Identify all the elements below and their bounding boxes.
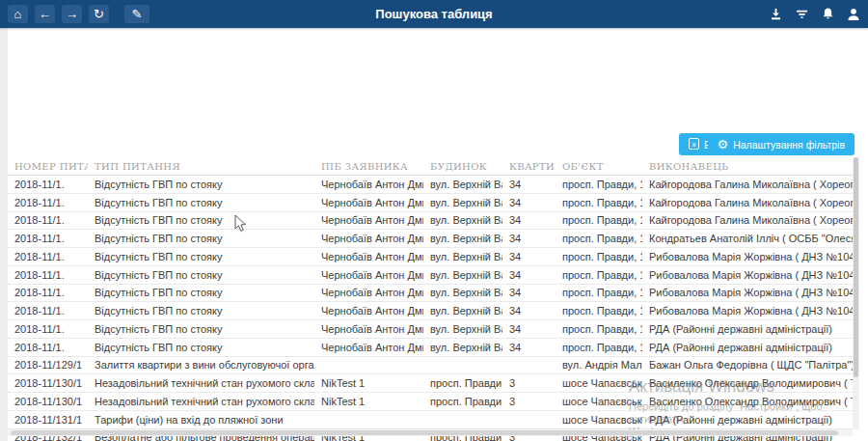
table-cell: Рибовалова Марія Жоржівна ( ДНЗ №104 ДП … bbox=[642, 305, 853, 317]
table-cell: Чернобаїв Антон Дмитрович bbox=[314, 233, 423, 244]
download-button[interactable] bbox=[767, 6, 784, 23]
table-cell: Залиття квартири з вини обслуговуючої ор… bbox=[88, 359, 314, 371]
table-cell: Чернобаїв Антон Дмитрович bbox=[314, 269, 423, 281]
table-cell: Відсутність ГВП по стояку bbox=[88, 342, 314, 353]
table-cell: 34 bbox=[502, 214, 556, 226]
table-cell: Чернобаїв Антон Дмитрович bbox=[314, 251, 423, 262]
column-header[interactable]: ВИКОНАВЕЦЬ bbox=[642, 161, 853, 172]
arrow-left-icon: ← bbox=[39, 8, 51, 20]
table-cell: 2018-11/129/1 bbox=[8, 359, 88, 371]
table-row[interactable]: 2018-11/1.Відсутність ГВП по стоякуЧерно… bbox=[8, 339, 853, 357]
table-cell: Відсутність ГВП по стояку bbox=[88, 323, 314, 335]
table-cell: 2018-11/1. bbox=[8, 179, 88, 190]
excel-file-icon: x bbox=[689, 138, 699, 152]
table-row[interactable]: 2018-11/130/1Незадовільний технічний ста… bbox=[8, 374, 853, 393]
table-row[interactable]: 2018-11/1.Відсутність ГВП по стоякуЧерно… bbox=[8, 248, 853, 266]
table-cell: Бажан Ольга Федорівна ( ЩДС "Палітра") bbox=[642, 359, 853, 371]
table-cell: вул. Верхній Вал, 50а bbox=[423, 233, 502, 244]
vertical-scrollbar-thumb[interactable] bbox=[854, 157, 858, 377]
table-row[interactable]: 2018-11/1.Відсутність ГВП по стоякуЧерно… bbox=[8, 285, 853, 303]
column-header[interactable]: ТИП ПИТАННЯ bbox=[88, 161, 314, 172]
column-header[interactable]: БУДИНОК bbox=[423, 161, 502, 172]
table-cell: вул. Верхній Вал, 50а bbox=[423, 323, 502, 335]
refresh-button[interactable]: ↻ bbox=[89, 5, 109, 23]
table-cell: 34 bbox=[502, 305, 556, 317]
table-cell: Чернобаїв Антон Дмитрович bbox=[314, 305, 423, 317]
filter-settings-button[interactable]: ⚙ Налаштування фільтрів bbox=[708, 133, 854, 155]
table-cell: вул. Верхній Вал, 50а bbox=[423, 269, 502, 281]
table-cell: 34 bbox=[502, 233, 556, 244]
column-header[interactable]: ПІБ ЗАЯВНИКА bbox=[314, 161, 423, 172]
table-cell: РДА (Районні державні адміністрації) bbox=[642, 323, 853, 335]
column-header[interactable]: ОБ'ЄКТ bbox=[556, 161, 642, 172]
user-icon bbox=[846, 7, 861, 22]
bell-icon bbox=[821, 7, 835, 21]
forward-button[interactable]: → bbox=[62, 5, 82, 23]
table-row[interactable]: 2018-11/1.Відсутність ГВП по стоякуЧерно… bbox=[8, 230, 853, 248]
table-row[interactable]: 2018-11/1.Відсутність ГВП по стоякуЧерно… bbox=[8, 266, 853, 285]
table-cell: Чернобаїв Антон Дмитрович bbox=[314, 323, 423, 335]
table-cell: просп. Правди, 106 bbox=[556, 233, 642, 244]
table-cell: РДА (Районні державні адміністрації) bbox=[642, 414, 853, 426]
table-cell: просп. Правди, 106 bbox=[556, 305, 642, 317]
table-cell: вул. Верхній Вал, 50а bbox=[423, 305, 502, 317]
horizontal-scrollbar-thumb[interactable] bbox=[11, 430, 838, 435]
table-row[interactable]: 2018-11/1.Відсутність ГВП по стоякуЧерно… bbox=[8, 320, 853, 339]
table-cell: 2018-11/1. bbox=[8, 251, 88, 262]
table-cell: 3 bbox=[502, 377, 556, 389]
table-cell: NikTest 1 bbox=[314, 396, 423, 407]
svg-text:x: x bbox=[692, 140, 696, 148]
table-header-row: НОМЕР ПИТАННЯ ↑ТИП ПИТАННЯПІБ ЗАЯВНИКАБУ… bbox=[8, 157, 853, 176]
home-button[interactable]: ⌂ bbox=[8, 5, 28, 23]
edit-button[interactable]: ✎ bbox=[124, 5, 149, 23]
table-row[interactable]: 2018-11/1.Відсутність ГВП по стоякуЧерно… bbox=[8, 176, 853, 194]
notifications-button[interactable] bbox=[819, 6, 836, 23]
vertical-scrollbar[interactable] bbox=[853, 157, 859, 429]
download-icon bbox=[769, 7, 783, 21]
table-cell: 2018-11/1. bbox=[8, 269, 88, 281]
table-cell: шосе Чапаєвське, 10 bbox=[556, 396, 642, 407]
back-button[interactable]: ← bbox=[35, 5, 55, 23]
table-row[interactable]: 2018-11/130/1Незадовільний технічний ста… bbox=[8, 393, 853, 411]
table-cell: 2018-11/1. bbox=[8, 305, 88, 317]
table-cell: Чернобаїв Антон Дмитрович bbox=[314, 197, 423, 208]
table-cell: просп. Правди, 106 bbox=[556, 323, 642, 335]
table-row[interactable]: 2018-11/1.Відсутність ГВП по стоякуЧерно… bbox=[8, 212, 853, 231]
table-cell: Відсутність ГВП по стояку bbox=[88, 269, 314, 281]
column-header[interactable]: КВАРТИРА bbox=[502, 161, 556, 172]
table-cell: Рибовалова Марія Жоржівна ( ДНЗ №104 ДП … bbox=[642, 287, 853, 298]
table-cell: 34 bbox=[502, 179, 556, 190]
table-cell: Відсутність ГВП по стояку bbox=[88, 305, 314, 317]
table-row[interactable]: 2018-11/129/1Залиття квартири з вини обс… bbox=[8, 357, 853, 375]
table-cell: 2018-11/1. bbox=[8, 214, 88, 226]
table-cell: 2018-11/130/1 bbox=[8, 377, 88, 389]
column-header[interactable]: НОМЕР ПИТАННЯ ↑ bbox=[8, 161, 88, 172]
gear-icon: ⚙ bbox=[718, 138, 729, 151]
table-row[interactable]: 2018-11/131/1Тарифи (ціни) на вхід до пл… bbox=[8, 411, 853, 429]
search-results-table: НОМЕР ПИТАННЯ ↑ТИП ПИТАННЯПІБ ЗАЯВНИКАБУ… bbox=[8, 157, 853, 441]
table-cell: Чернобаїв Антон Дмитрович bbox=[314, 179, 423, 190]
table-row[interactable]: 2018-11/1.Відсутність ГВП по стоякуЧерно… bbox=[8, 302, 853, 320]
table-row[interactable]: 2018-11/1.Відсутність ГВП по стоякуЧерно… bbox=[8, 194, 853, 212]
table-cell: вул. Верхній Вал, 50а bbox=[423, 214, 502, 226]
table-cell: просп. Правди, 106 bbox=[556, 197, 642, 208]
table-cell: просп. Правди, 100 bbox=[423, 377, 502, 389]
table-cell: просп. Правди, 106 bbox=[556, 269, 642, 281]
table-cell: Кайгородова Галина Миколаївна ( Хореогра… bbox=[642, 179, 853, 190]
table-cell: вул. Верхній Вал, 50а bbox=[423, 342, 502, 353]
table-cell: Тарифи (ціни) на вхід до пляжної зони bbox=[88, 414, 314, 426]
table-cell: Відсутність ГВП по стояку bbox=[88, 179, 314, 190]
table-cell: просп. Правди, 100 bbox=[423, 396, 502, 407]
table-cell: просп. Правди, 106 bbox=[556, 342, 642, 353]
horizontal-scrollbar[interactable] bbox=[8, 429, 853, 436]
table-cell: Кайгородова Галина Миколаївна ( Хореогра… bbox=[642, 197, 853, 208]
home-icon: ⌂ bbox=[14, 8, 22, 20]
table-cell: просп. Правди, 106 bbox=[556, 287, 642, 298]
table-cell: Незадовільний технічний стан рухомого ск… bbox=[88, 396, 314, 407]
filter-button[interactable] bbox=[793, 6, 810, 23]
table-cell: 2018-11/1. bbox=[8, 233, 88, 244]
table-cell: просп. Правди, 106 bbox=[556, 214, 642, 226]
table-cell: просп. Правди, 106 bbox=[556, 251, 642, 262]
table-cell: Кондратьев Анатолій Ілліч ( ОСББ "Олеся … bbox=[642, 233, 853, 244]
account-button[interactable] bbox=[845, 6, 862, 23]
